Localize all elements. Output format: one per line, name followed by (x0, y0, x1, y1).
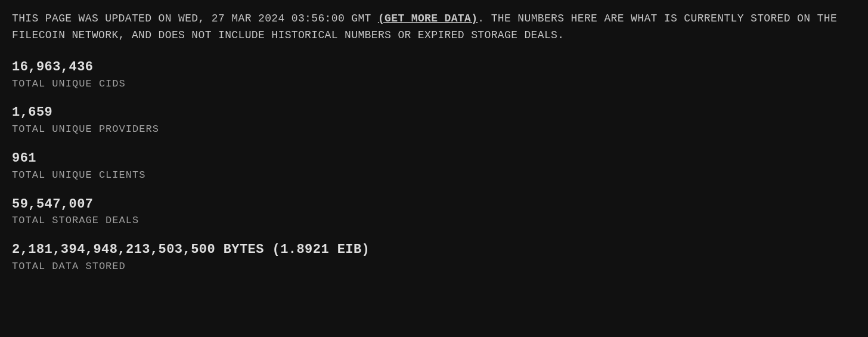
stat-block: 16,963,436TOTAL UNIQUE CIDS (12, 58, 856, 91)
stat-label-2: TOTAL UNIQUE CLIENTS (12, 168, 856, 183)
header-description: THIS PAGE WAS UPDATED ON WED, 27 MAR 202… (12, 11, 856, 44)
stat-value-3: 59,547,007 (12, 196, 856, 214)
header-text-before-link: THIS PAGE WAS UPDATED ON WED, 27 MAR 202… (12, 13, 378, 24)
get-more-data-link[interactable]: (GET MORE DATA) (378, 13, 478, 24)
stat-value-1: 1,659 (12, 104, 856, 122)
stat-label-1: TOTAL UNIQUE PROVIDERS (12, 122, 856, 137)
stat-block: 961TOTAL UNIQUE CLIENTS (12, 150, 856, 183)
stat-block: 59,547,007TOTAL STORAGE DEALS (12, 196, 856, 228)
stats-container: 16,963,436TOTAL UNIQUE CIDS1,659TOTAL UN… (12, 58, 856, 287)
page-wrapper: THIS PAGE WAS UPDATED ON WED, 27 MAR 202… (12, 11, 856, 287)
stat-label-4: TOTAL DATA STORED (12, 259, 856, 274)
stat-label-0: TOTAL UNIQUE CIDS (12, 77, 856, 91)
stat-value-2: 961 (12, 150, 856, 168)
stat-value-4: 2,181,394,948,213,503,500 BYTES (1.8921 … (12, 241, 856, 259)
stat-block: 2,181,394,948,213,503,500 BYTES (1.8921 … (12, 241, 856, 274)
stat-label-3: TOTAL STORAGE DEALS (12, 214, 856, 228)
stat-block: 1,659TOTAL UNIQUE PROVIDERS (12, 104, 856, 137)
stat-value-0: 16,963,436 (12, 58, 856, 77)
